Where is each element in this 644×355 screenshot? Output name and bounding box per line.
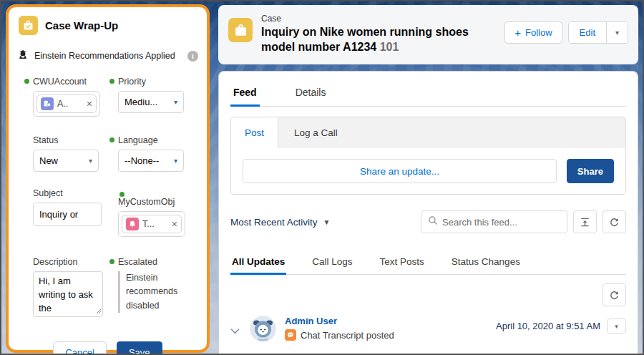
avatar[interactable] [250,316,276,342]
recommendation-dot [119,192,125,197]
refresh-feed-button[interactable] [602,210,626,233]
field-escalated: Escalated Einstein recommends disabled [108,256,195,334]
chevron-down-icon: ▾ [174,157,177,165]
chevron-down-icon: ▾ [89,157,92,165]
field-language: Language --None-- ▾ [108,134,195,187]
field-label: Description [33,257,108,267]
publisher-tabs: Post Log a Call [231,117,625,148]
field-label: CWUAccount [33,77,108,87]
tab-log-a-call[interactable]: Log a Call [278,117,353,148]
field-label: Subject [33,188,108,198]
edit-button[interactable]: Edit [569,22,606,43]
field-label: Status [33,135,108,145]
field-description: Description Hi, I am writing to ask the [23,256,108,334]
recommendation-dot [24,79,29,84]
pill-label: T... [142,219,155,229]
description-textarea[interactable]: Hi, I am writing to ask the [33,271,103,317]
selected-value: New [39,155,58,166]
recommendation-dot [109,137,114,142]
share-button[interactable]: Share [567,159,614,183]
refresh-feed-list-button[interactable] [602,283,626,306]
pill-label: A.. [57,99,68,109]
tab-post[interactable]: Post [231,117,278,148]
status-select[interactable]: New ▾ [33,150,99,172]
follow-label: Follow [525,27,552,38]
field-status: Status New ▾ [23,134,108,187]
feed-sort-dropdown[interactable]: Most Recent Activity ▼ [230,217,330,228]
collapse-all-button[interactable] [573,210,597,233]
account-icon [41,97,54,110]
tab-feed[interactable]: Feed [230,80,260,107]
resize-handle-icon[interactable] [96,304,102,317]
filter-call-logs[interactable]: Call Logs [311,251,353,274]
language-select[interactable]: --None-- ▾ [118,150,184,172]
case-wrapup-panel: Case Wrap-Up Einstein Recommendations Ap… [6,4,210,353]
case-title: Inquiry on Nike women running shoes mode… [261,25,469,55]
feed-item-meta: April 10, 2020 at 9:51 AM ▾ [496,318,626,334]
case-title-block: Case Inquiry on Nike women running shoes… [261,14,469,56]
bell-icon [126,218,139,230]
author-link[interactable]: Admin User [285,316,394,326]
selected-value: --None-- [125,155,159,166]
chat-transcript-icon [285,329,296,341]
header-actions: + Follow Edit ▾ [504,21,628,56]
subject-input[interactable] [33,203,102,226]
priority-select[interactable]: Mediu... ▾ [118,91,184,113]
wrapup-header: Case Wrap-Up [9,7,207,42]
feed-item-action: Chat Transcript posted [285,329,394,341]
field-label: Escalated [118,257,195,267]
field-cwuaccount: CWUAccount A.. × [23,75,108,134]
remove-icon[interactable]: × [172,218,177,230]
feed-filter-tabs: All Updates Call Logs Text Posts Status … [230,251,626,275]
plus-icon: + [514,27,521,38]
filter-status-changes[interactable]: Status Changes [450,251,522,274]
case-title-line2: model number A1234 [261,41,380,53]
search-input[interactable] [442,217,560,228]
filter-text-posts[interactable]: Text Posts [379,251,426,274]
selected-value: Mediu... [125,97,157,107]
save-button[interactable]: Save [117,341,162,355]
remove-icon[interactable]: × [87,98,92,110]
recommendation-dot [109,259,114,264]
filter-all-updates[interactable]: All Updates [230,251,286,275]
cwuaccount-lookup[interactable]: A.. × [33,91,100,117]
item-menu-button[interactable]: ▾ [607,318,626,334]
chevron-down-icon: ▾ [615,323,618,330]
mycustomobj-lookup[interactable]: T... × [118,211,185,237]
record-tabs: Feed Details [230,80,626,107]
einstein-icon [17,49,29,62]
expand-chevron-icon[interactable] [230,324,240,337]
share-update-input[interactable]: Share an update... [243,159,557,183]
publisher-body: Share an update... Share [231,148,625,194]
feed-card: Feed Details Post Log a Call Share an up… [218,71,638,354]
edit-button-group: Edit ▾ [568,21,628,44]
feed-search[interactable] [421,210,567,233]
collapse-all-icon [580,217,590,228]
wrapup-footer: Cancel Save [9,334,207,355]
case-icon [228,18,253,42]
account-pill[interactable]: A.. × [36,94,97,113]
search-icon [428,215,438,228]
einstein-recommendations-banner: Einstein Recommendations Applied i [9,42,207,69]
case-title-line1: Inquiry on Nike women running shoes [261,26,469,38]
tab-details[interactable]: Details [293,80,329,106]
mycustomobj-pill[interactable]: T... × [122,215,182,233]
recommendation-dot [109,79,114,84]
refresh-icon [609,290,620,301]
feed-controls: Most Recent Activity ▼ [230,210,626,233]
timestamp: April 10, 2020 at 9:51 AM [496,321,600,331]
chevron-down-icon: ▾ [615,29,619,37]
cancel-button[interactable]: Cancel [53,341,106,355]
more-actions-button[interactable]: ▾ [606,22,628,43]
refresh-icon [609,217,620,228]
panel-title: Case Wrap-Up [45,19,118,31]
field-subject: Subject [23,187,108,256]
einstein-recommendation-note: Einstein recommends disabled [118,271,184,313]
action-text: Chat Transcript posted [301,330,394,341]
einstein-note: Einstein Recommendations Applied [34,51,182,61]
info-icon[interactable]: i [187,51,198,62]
follow-button[interactable]: + Follow [504,21,562,44]
salesforce-case-screen: Case Wrap-Up Einstein Recommendations Ap… [0,0,644,355]
refresh-row [230,283,626,306]
wrapup-fields: CWUAccount A.. × Priority Mediu... [9,69,207,334]
